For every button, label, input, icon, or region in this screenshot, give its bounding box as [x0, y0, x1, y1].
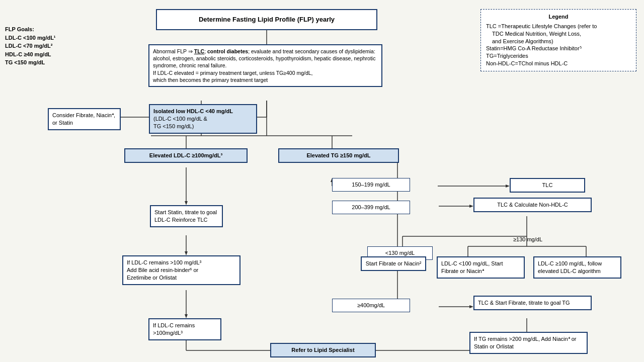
elevated-tg-box: Elevated TG ≥150 mg/dL	[278, 148, 399, 163]
tlc-start-fibrate-text: TLC & Start Fibrate, titrate to goal TG	[478, 300, 570, 306]
legend-line-2: and Exercise Algorithms)	[486, 38, 631, 45]
tg-150-199-box: 150–199 mg/dL	[332, 178, 410, 192]
if-ldl-remains-text: If LDL-C remains >100 mg/dL³Add Bile aci…	[127, 259, 201, 281]
abnormal-flp-text: Abnormal FLP ⇒ TLC; control diabetes; ev…	[153, 48, 375, 83]
isolated-hdl-text: Isolated low HDL-C <40 mg/dL(LDL-C <100 …	[153, 108, 233, 129]
svg-marker-29	[469, 205, 473, 208]
start-statin-text: Start Statin, titrate to goal LDL-C Rein…	[154, 209, 217, 223]
svg-marker-11	[185, 201, 188, 205]
flp-goal-3: HDL-C ≥40 mg/dL	[5, 50, 56, 59]
flp-goal-1: LDL-C <100 mg/dL¹	[5, 34, 56, 42]
if-ldl-remains-b-text: If LDL-C remains>100mg/dL³	[153, 322, 195, 336]
tg-200-399-text: 200–399 mg/dL	[352, 204, 390, 210]
consider-fibrate-box: Consider Fibrate, Niacin⁴, or Statin	[48, 108, 121, 130]
start-fibrate-niacin-text: Start Fibrate or Niacin²	[366, 260, 422, 266]
legend-line-1: TDC Medical Nutrition, Weight Loss,	[486, 30, 631, 38]
elevated-ldl-text: Elevated LDL-C ≥100mg/dL³	[149, 152, 222, 158]
tg-remains-box: If TG remains >200 mg/dL, Add Niacin⁴ or…	[469, 332, 588, 354]
if-ldl-remains-b-box: If LDL-C remains>100mg/dL³	[148, 318, 221, 340]
tg-200-399-box: 200–399 mg/dL	[332, 201, 410, 214]
ldl-ge130-label: ≥130 mg/dL	[513, 236, 542, 242]
ldl-lt100-fibrate-text: LDL-C <100 mg/dL, Start Fibrate or Niaci…	[441, 260, 503, 274]
svg-marker-15	[185, 314, 188, 318]
legend-line-0: TLC =Therapeutic Lifestyle Changes (refe…	[486, 23, 631, 30]
flp-goals-label: FLP Goals:	[5, 25, 56, 34]
ldl-lt130-text: <130 mg/dL	[385, 250, 415, 256]
ldl-ge100-follow-text: LDL-C ≥100 mg/dL, follow elevated LDL-C …	[538, 260, 602, 274]
start-statin-box: Start Statin, titrate to goal LDL-C Rein…	[150, 205, 223, 227]
tlc-start-fibrate-box: TLC & Start Fibrate, titrate to goal TG	[473, 296, 592, 310]
ldl-lt100-fibrate-box: LDL-C <100 mg/dL, Start Fibrate or Niaci…	[437, 256, 525, 279]
flp-goals: FLP Goals: LDL-C <100 mg/dL¹ LDL-C <70 m…	[5, 25, 56, 67]
tlc-box: TLC	[510, 178, 585, 193]
flp-goal-2: LDL-C <70 mg/dL²	[5, 42, 56, 50]
tg-400-text: ≥400mg/dL	[357, 302, 385, 308]
refer-lipid-text: Refer to Lipid Specialist	[291, 347, 354, 353]
elevated-tg-text: Elevated TG ≥150 mg/dL	[306, 152, 370, 158]
tlc-calculate-box: TLC & Calculate Non-HDL-C	[473, 198, 592, 212]
tlc-calculate-text: TLC & Calculate Non-HDL-C	[497, 202, 568, 208]
flp-goal-4: TG <150 mg/dL	[5, 58, 56, 67]
legend-title: Legend	[486, 13, 631, 21]
svg-marker-26	[506, 185, 510, 188]
if-ldl-remains-box: If LDL-C remains >100 mg/dL³Add Bile aci…	[122, 255, 240, 285]
elevated-ldl-box: Elevated LDL-C ≥100mg/dL³	[124, 148, 248, 163]
legend-box: Legend TLC =Therapeutic Lifestyle Change…	[480, 9, 636, 71]
tg-150-199-text: 150–199 mg/dL	[352, 182, 390, 188]
start-fibrate-niacin-box: Start Fibrate or Niacin²	[361, 256, 426, 271]
abnormal-flp-box: Abnormal FLP ⇒ TLC; control diabetes; ev…	[148, 44, 382, 87]
legend-line-4: TG=Triglycerides	[486, 52, 631, 60]
ldl-ge100-follow-box: LDL-C ≥100 mg/dL, follow elevated LDL-C …	[533, 256, 621, 279]
isolated-hdl-box: Isolated low HDL-C <40 mg/dL(LDL-C <100 …	[149, 104, 257, 134]
tlc-text: TLC	[542, 182, 553, 188]
svg-marker-44	[469, 305, 473, 308]
tg-remains-text: If TG remains >200 mg/dL, Add Niacin⁴ or…	[474, 336, 576, 349]
legend-line-5: Non-HDL-C=TChol minus HDL-C	[486, 60, 631, 67]
determine-flp-box: Determine Fasting Lipid Profile (FLP) ye…	[156, 9, 377, 30]
consider-fibrate-text: Consider Fibrate, Niacin⁴, or Statin	[52, 112, 115, 126]
tg-400-box: ≥400mg/dL	[332, 299, 410, 312]
svg-marker-13	[185, 251, 188, 255]
legend-line-3: Statin=HMG Co-A Reductase Inhibitor⁵	[486, 45, 631, 52]
diagram-container: FLP Goals: LDL-C <100 mg/dL¹ LDL-C <70 m…	[0, 0, 644, 362]
refer-lipid-box: Refer to Lipid Specialist	[270, 343, 376, 357]
determine-flp-text: Determine Fasting Lipid Profile (FLP) ye…	[199, 16, 335, 23]
